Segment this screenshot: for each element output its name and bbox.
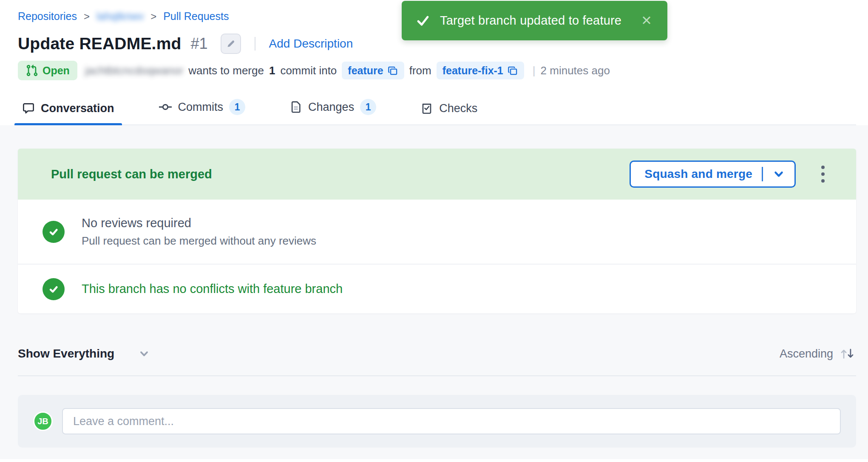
tab-commits[interactable]: Commits 1 [154, 99, 250, 124]
source-branch-label: feature-fix-1 [443, 65, 503, 77]
check-subtitle: Pull request can be merged without any r… [82, 234, 316, 248]
show-filter-label: Show Everything [18, 347, 114, 361]
merge-sentence: jachtbtcncdoqwanor wants to merge 1 comm… [85, 62, 610, 79]
tab-checks[interactable]: Checks [416, 102, 482, 124]
changes-count-badge: 1 [360, 99, 376, 115]
check-icon [416, 14, 430, 28]
source-branch-chip[interactable]: feature-fix-1 [437, 62, 524, 79]
squash-and-merge-button[interactable]: Squash and merge [630, 161, 796, 188]
toast-message: Target branch updated to feature [440, 14, 631, 28]
checklist-icon [420, 102, 433, 115]
comment-input[interactable] [62, 408, 841, 434]
target-branch-chip[interactable]: feature [342, 62, 404, 79]
status-row: Open jachtbtcncdoqwanor wants to merge 1… [18, 61, 856, 80]
timeline-controls: Show Everything Ascending [18, 345, 856, 363]
avatar: JB [33, 411, 53, 431]
status-badge: Open [18, 61, 77, 80]
toast-success: Target branch updated to feature ✕ [402, 1, 667, 40]
add-description-link[interactable]: Add Description [269, 37, 353, 51]
breadcrumb-separator: > [150, 11, 156, 23]
tab-conversation[interactable]: Conversation [18, 102, 119, 124]
check-circle-icon [43, 221, 65, 243]
merge-options-menu-button[interactable] [818, 162, 828, 186]
comment-composer: JB [18, 395, 856, 448]
commit-count: 1 [269, 64, 275, 77]
breadcrumb-pull-requests[interactable]: Pull Requests [163, 10, 229, 23]
sort-arrows-icon [838, 346, 856, 361]
merge-text-pre: wants to merge [188, 64, 264, 77]
commits-count-badge: 1 [229, 99, 245, 115]
tab-label: Commits [178, 101, 224, 114]
pull-request-icon [26, 64, 38, 77]
from-label: from [409, 64, 431, 77]
breadcrumb-repositories[interactable]: Repositories [18, 10, 77, 23]
divider [255, 37, 255, 51]
breadcrumb-repo-name-redacted[interactable]: lahqtknwv [96, 10, 144, 23]
copy-icon[interactable] [388, 65, 398, 76]
merge-check-reviews: No reviews required Pull request can be … [18, 200, 856, 265]
tab-label: Conversation [41, 102, 114, 115]
merge-box: Pull request can be merged Squash and me… [18, 149, 856, 313]
tab-label: Changes [308, 101, 354, 114]
pencil-icon [225, 38, 236, 49]
divider: | [533, 64, 536, 77]
divider [18, 375, 856, 376]
author-name-redacted: jachtbtcncdoqwanor [85, 64, 183, 77]
check-title: No reviews required [82, 216, 316, 230]
chevron-down-icon [138, 348, 150, 360]
show-filter-dropdown[interactable]: Show Everything [18, 347, 150, 361]
breadcrumb-separator: > [84, 11, 90, 23]
status-badge-label: Open [43, 65, 70, 77]
page-title: Update README.md [18, 34, 182, 53]
close-icon[interactable]: ✕ [641, 14, 652, 27]
edit-title-button[interactable] [221, 34, 241, 54]
merge-box-header: Pull request can be merged Squash and me… [18, 149, 856, 200]
sort-order-label: Ascending [780, 347, 833, 361]
check-circle-icon [43, 278, 65, 300]
conversation-panel: Pull request can be merged Squash and me… [0, 125, 868, 459]
merge-text-post: commit into [280, 64, 337, 77]
merge-status-title: Pull request can be merged [51, 167, 630, 181]
pr-number: #1 [191, 35, 208, 53]
chevron-down-icon[interactable] [772, 168, 785, 180]
sort-order-toggle[interactable]: Ascending [780, 346, 856, 361]
divider [762, 167, 763, 181]
check-title: This branch has no conflicts with featur… [82, 282, 343, 296]
target-branch-label: feature [348, 65, 383, 77]
pr-tabs: Conversation Commits 1 Changes 1 [18, 99, 856, 125]
comment-bubble-icon [22, 102, 35, 115]
created-time: 2 minutes ago [541, 64, 610, 77]
merge-check-conflicts: This branch has no conflicts with featur… [18, 265, 856, 313]
squash-and-merge-label: Squash and merge [644, 167, 752, 181]
file-icon [289, 101, 302, 113]
tab-changes[interactable]: Changes 1 [285, 99, 380, 124]
copy-icon[interactable] [508, 65, 518, 76]
tab-label: Checks [439, 102, 477, 115]
commit-icon [159, 100, 172, 114]
